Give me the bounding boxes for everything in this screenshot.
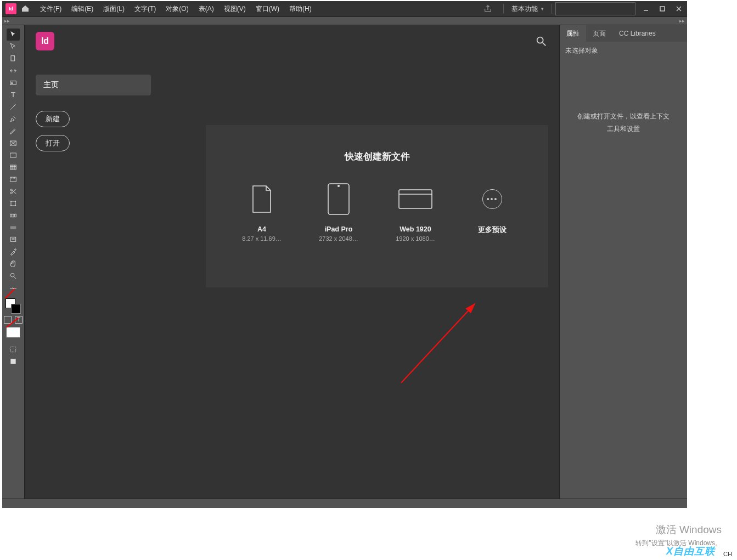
- fill-stroke-swatch[interactable]: [5, 298, 21, 314]
- home-screen: Id 主页 新建 打开 快速创建新文件 A4 8: [25, 25, 559, 499]
- preset-size: 1920 x 1080…: [390, 235, 441, 242]
- panel-body: 未选择对象 创建或打开文件，以查看上下文 工具和设置: [560, 42, 687, 499]
- home-icon[interactable]: [20, 3, 31, 14]
- indesign-window: Id 文件(F) 编辑(E) 版面(L) 文字(T) 对象(O) 表(A) 视图…: [2, 1, 687, 506]
- close-button[interactable]: [671, 2, 687, 15]
- indesign-logo-icon: Id: [36, 32, 54, 50]
- home-header: Id: [25, 25, 559, 58]
- workspace-label: 基本功能: [511, 4, 538, 14]
- selection-tool[interactable]: [7, 29, 20, 41]
- workspace-switcher[interactable]: 基本功能 ▾: [507, 4, 548, 14]
- rectangle-frame-tool[interactable]: [7, 137, 20, 149]
- view-mode-normal[interactable]: [7, 343, 20, 355]
- preset-size: 2732 x 2048…: [313, 235, 364, 242]
- ipad-icon: [313, 182, 364, 217]
- ime-indicator[interactable]: CH: [722, 550, 734, 558]
- menu-file[interactable]: 文件(F): [35, 1, 66, 16]
- gradient-swatch-tool[interactable]: [7, 210, 20, 222]
- svg-rect-35: [10, 237, 15, 241]
- ruler-guide-tool[interactable]: [7, 173, 20, 185]
- free-transform-tool[interactable]: [7, 197, 20, 210]
- rectangle-tool[interactable]: [7, 149, 20, 161]
- view-mode-preview[interactable]: [7, 355, 20, 367]
- app-logo-icon: Id: [5, 3, 16, 14]
- pencil-tool[interactable]: [7, 125, 20, 137]
- help-search-input[interactable]: [555, 2, 635, 15]
- svg-rect-34: [10, 226, 16, 229]
- browser-icon: [390, 182, 441, 217]
- tab-properties[interactable]: 属性: [560, 25, 586, 42]
- menubar: Id 文件(F) 编辑(E) 版面(L) 文字(T) 对象(O) 表(A) 视图…: [2, 1, 687, 17]
- preset-size: 8.27 x 11.69…: [236, 235, 288, 242]
- svg-point-43: [537, 37, 543, 43]
- note-tool[interactable]: [7, 234, 20, 246]
- page-tool[interactable]: [7, 53, 20, 65]
- minimize-button[interactable]: [638, 2, 654, 15]
- main-row: T Id 主页 新建 打开 快速创建新文件: [2, 25, 687, 499]
- tab-pages[interactable]: 页面: [586, 25, 612, 42]
- search-icon[interactable]: [534, 34, 548, 48]
- svg-rect-47: [399, 190, 432, 208]
- menu-edit[interactable]: 编辑(E): [66, 1, 98, 16]
- pen-tool[interactable]: [7, 113, 20, 125]
- share-icon[interactable]: [482, 3, 493, 14]
- properties-panel: 属性 页面 CC Libraries 未选择对象 创建或打开文件，以查看上下文 …: [559, 25, 687, 499]
- menu-window[interactable]: 窗口(W): [251, 1, 284, 16]
- svg-rect-41: [10, 347, 15, 352]
- zoom-tool[interactable]: [7, 270, 20, 282]
- svg-point-28: [10, 205, 12, 206]
- preset-name: iPad Pro: [313, 225, 364, 233]
- menu-view[interactable]: 视图(V): [219, 1, 251, 16]
- nav-home-tab[interactable]: 主页: [36, 75, 151, 95]
- collapse-toolbar-icon[interactable]: ▸▸: [4, 18, 10, 24]
- watermark-text: X自由互联: [666, 545, 715, 558]
- more-presets-icon: •••: [466, 182, 518, 217]
- chevron-down-icon: ▾: [541, 6, 544, 12]
- svg-rect-12: [10, 165, 16, 169]
- menu-help[interactable]: 帮助(H): [284, 1, 317, 16]
- preset-more[interactable]: ••• 更多预设: [466, 182, 518, 244]
- apply-none-swatch[interactable]: [6, 327, 20, 338]
- home-left-nav: 主页 新建 打开: [36, 75, 151, 151]
- stroke-swatch[interactable]: [11, 304, 21, 314]
- status-bar: [2, 499, 687, 508]
- ellipsis-icon: •••: [482, 189, 502, 209]
- eyedropper-tool[interactable]: [7, 246, 20, 258]
- grid-tool[interactable]: [7, 161, 20, 173]
- svg-rect-6: [12, 82, 13, 84]
- type-tool[interactable]: [7, 89, 20, 101]
- maximize-button[interactable]: [654, 2, 671, 15]
- gradient-feather-tool[interactable]: [7, 222, 20, 234]
- windows-activate-text: 激活 Windows: [656, 523, 722, 537]
- hand-tool[interactable]: [7, 258, 20, 270]
- panel-empty-message: 创建或打开文件，以查看上下文 工具和设置: [565, 110, 682, 135]
- svg-point-21: [10, 189, 12, 191]
- content-collector-tool[interactable]: [7, 77, 20, 89]
- new-button[interactable]: 新建: [36, 111, 70, 127]
- preset-a4[interactable]: A4 8.27 x 11.69…: [236, 182, 288, 244]
- svg-point-39: [10, 273, 14, 277]
- svg-point-29: [15, 205, 16, 206]
- gap-tool[interactable]: [7, 65, 20, 77]
- menu-object[interactable]: 对象(O): [161, 1, 193, 16]
- svg-rect-45: [328, 184, 349, 214]
- tab-cc-libraries[interactable]: CC Libraries: [612, 25, 662, 42]
- no-selection-label: 未选择对象: [565, 46, 682, 55]
- menu-layout[interactable]: 版面(L): [98, 1, 130, 16]
- line-tool[interactable]: [7, 101, 20, 113]
- formatting-container-icon[interactable]: [4, 316, 12, 324]
- menu-type[interactable]: 文字(T): [130, 1, 161, 16]
- menu-table[interactable]: 表(A): [194, 1, 219, 16]
- preset-ipad[interactable]: iPad Pro 2732 x 2048…: [313, 182, 364, 244]
- preset-row: A4 8.27 x 11.69… iPad Pro 2732 x 2048…: [206, 182, 548, 244]
- collapse-panels-icon[interactable]: ▸▸: [679, 18, 685, 24]
- scissors-tool[interactable]: [7, 185, 20, 197]
- svg-point-22: [10, 192, 12, 194]
- preset-web1920[interactable]: Web 1920 1920 x 1080…: [390, 182, 441, 244]
- open-button[interactable]: 打开: [36, 135, 70, 151]
- svg-rect-42: [10, 359, 15, 364]
- svg-point-46: [338, 185, 340, 187]
- direct-selection-tool[interactable]: [7, 41, 20, 53]
- svg-rect-11: [10, 153, 16, 157]
- quick-create-title: 快速创建新文件: [206, 150, 548, 163]
